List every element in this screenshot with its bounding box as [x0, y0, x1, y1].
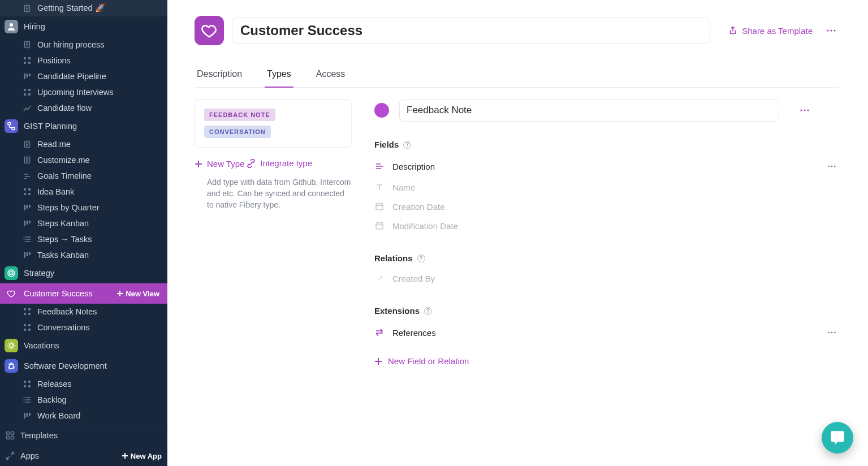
heart-icon [5, 287, 18, 300]
share-template-button[interactable]: Share as Template [728, 26, 813, 36]
svg-rect-42 [28, 324, 31, 326]
chat-launcher[interactable] [822, 422, 853, 454]
tab-description[interactable]: Description [195, 64, 244, 87]
doc-icon [23, 40, 32, 49]
type-detail: Fields ? DescriptionNameCreation DateMod… [374, 99, 839, 367]
field-more-button[interactable] [825, 326, 839, 339]
sidebar-view[interactable]: Upcoming Interviews [0, 84, 167, 100]
sidebar-view[interactable]: Goals Timeline [0, 168, 167, 184]
sidebar-view[interactable]: Conversations [0, 320, 167, 335]
tab-access[interactable]: Access [314, 64, 348, 87]
sidebar-view[interactable]: Releases [0, 376, 167, 392]
sidebar-view[interactable]: Steps Kanban [0, 215, 167, 231]
field-row[interactable]: Created By [374, 269, 839, 288]
calendar-icon [374, 221, 385, 231]
sidebar-view-label: Feedback Notes [37, 307, 162, 316]
grid-icon [23, 379, 32, 389]
relations-help-icon[interactable]: ? [417, 254, 425, 262]
grid-icon [23, 323, 32, 332]
sidebar-view-label: Steps Kanban [37, 219, 162, 228]
sidebar-view-label: Candidate Pipeline [37, 72, 162, 81]
sidebar-view[interactable]: Read.me [0, 136, 167, 152]
svg-point-66 [800, 109, 802, 111]
sidebar-templates[interactable]: Templates [0, 425, 167, 446]
sidebar-space[interactable]: Customer SuccessNew View [0, 283, 167, 304]
field-more-button[interactable] [825, 159, 839, 173]
svg-rect-50 [28, 385, 31, 387]
field-row[interactable]: Description [374, 155, 839, 178]
sidebar-view[interactable]: Steps → Tasks [0, 231, 167, 247]
doc-icon [23, 156, 32, 165]
sidebar-space[interactable]: Getting Started 🚀 [0, 0, 167, 16]
svg-point-1 [10, 23, 13, 27]
new-app-button[interactable]: New App [122, 452, 162, 460]
field-row[interactable]: References [374, 321, 839, 344]
sidebar-view[interactable]: Backlog [0, 392, 167, 408]
svg-rect-56 [29, 413, 31, 416]
header-more-button[interactable] [824, 23, 839, 38]
sidebar: Getting Started 🚀HiringOur hiring proces… [0, 0, 167, 466]
new-type-label: New Type [207, 159, 244, 169]
extensions-section-title: Extensions ? [374, 306, 839, 316]
integrate-type-button[interactable]: Integrate type [247, 158, 312, 168]
sidebar-view[interactable]: Candidate flow [0, 100, 167, 116]
sidebar-view[interactable]: Tasks Kanban [0, 247, 167, 263]
timeline-icon [23, 171, 32, 180]
sun-icon [5, 339, 18, 352]
svg-point-45 [10, 344, 13, 347]
field-label: References [392, 328, 436, 338]
svg-rect-13 [28, 93, 31, 96]
app-icon[interactable] [195, 16, 224, 45]
sidebar-view-label: Tasks Kanban [37, 251, 162, 260]
field-row[interactable]: Modification Date [374, 216, 839, 235]
new-view-button[interactable]: New View [116, 290, 163, 298]
bug-icon [5, 359, 18, 373]
type-color-dot[interactable] [374, 103, 389, 118]
fields-help-icon[interactable]: ? [403, 141, 411, 149]
sidebar-space[interactable]: Software Development [0, 356, 167, 376]
sidebar-view-label: Read.me [37, 140, 162, 149]
main: Share as Template DescriptionTypesAccess… [167, 0, 868, 466]
svg-point-30 [24, 241, 25, 242]
new-type-button[interactable]: New Type [195, 159, 244, 169]
sidebar-view[interactable]: Idea Bank [0, 184, 167, 200]
svg-rect-31 [24, 252, 25, 258]
sidebar-space[interactable]: Strategy [0, 263, 167, 283]
sidebar-space[interactable]: Hiring [0, 16, 167, 37]
sidebar-view[interactable]: Candidate Pipeline [0, 68, 167, 84]
svg-rect-47 [24, 381, 26, 383]
svg-rect-44 [28, 329, 31, 331]
svg-point-65 [834, 29, 835, 31]
type-pill[interactable]: FEEDBACK NOTE [204, 109, 275, 121]
type-more-button[interactable] [797, 103, 812, 118]
sidebar-apps[interactable]: Apps New App [0, 446, 167, 466]
sidebar-view-label: Idea Bank [37, 187, 162, 196]
field-row[interactable]: Name [374, 178, 839, 197]
sidebar-view[interactable]: Positions [0, 53, 167, 68]
app-title-input[interactable] [232, 18, 710, 44]
list-icon [23, 235, 32, 244]
sidebar-view[interactable]: Feedback Notes [0, 304, 167, 320]
sidebar-view-label: Customize.me [37, 156, 162, 165]
type-name-input[interactable] [399, 99, 779, 122]
sidebar-view[interactable]: Customize.me [0, 152, 167, 168]
tab-types[interactable]: Types [265, 64, 293, 87]
sidebar-view[interactable]: Steps by Quarter [0, 200, 167, 215]
sidebar-space-label: Strategy [24, 269, 163, 278]
extensions-help-icon[interactable]: ? [424, 307, 432, 315]
svg-rect-58 [11, 432, 14, 435]
sidebar-space[interactable]: Vacations [0, 335, 167, 356]
sidebar-space-label: Getting Started 🚀 [37, 3, 162, 13]
sidebar-view[interactable]: Our hiring process [0, 37, 167, 53]
new-field-button[interactable]: New Field or Relation [374, 356, 469, 366]
calendar-icon [374, 201, 385, 212]
sidebar-view[interactable]: Work Board [0, 408, 167, 424]
svg-point-53 [24, 402, 25, 403]
sidebar-view-label: Positions [37, 56, 162, 65]
field-row[interactable]: Creation Date [374, 197, 839, 216]
sidebar-space[interactable]: GIST Planning [0, 116, 167, 136]
type-pill[interactable]: CONVERSATION [204, 126, 271, 138]
integrate-type-label: Integrate type [260, 158, 312, 168]
svg-rect-26 [27, 221, 28, 225]
new-app-label: New App [131, 452, 162, 460]
